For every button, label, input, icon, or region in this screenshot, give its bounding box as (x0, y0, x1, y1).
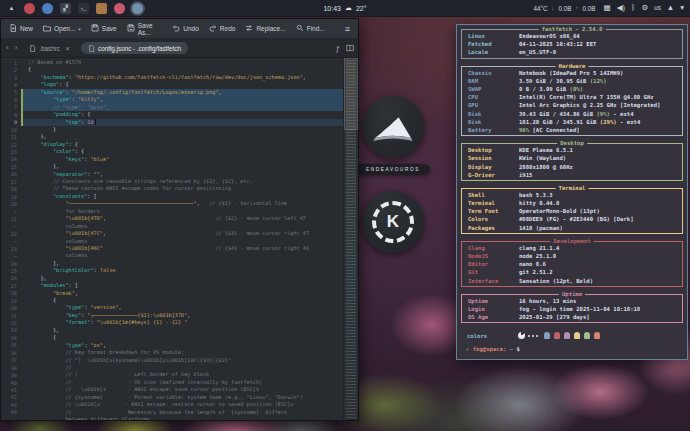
code-line[interactable]: 32 "format": "\u001b[1m{#keys} {1} - {2}… (1, 319, 344, 326)
code-line[interactable]: 23 "\u001b[46C" // {$4} - move cursor ri… (1, 245, 344, 252)
code-line[interactable]: 8 "padding": { (1, 111, 344, 118)
code-line[interactable]: 44 // Necessary because the length of `{… (1, 409, 344, 416)
code-line[interactable]: 28 "break", (1, 290, 344, 297)
code-line[interactable]: 7 // "type": "auto", (1, 104, 344, 111)
kde-desktop-icon[interactable]: K (362, 191, 424, 253)
code-line[interactable]: 10 } (1, 126, 344, 133)
code-line[interactable]: ~ between different platforms (1, 416, 344, 420)
tab-config-jsonc[interactable]: config.jsonc - .config/fastfetch (81, 42, 188, 54)
keyboard-layout-indicator[interactable]: us (654, 5, 661, 11)
code-line[interactable]: 15 }, (1, 163, 344, 170)
code-line[interactable]: 38 // (1, 364, 344, 371)
line-number: ~ (1, 208, 17, 214)
minimap-viewport-indicator[interactable] (344, 58, 358, 130)
code-line[interactable]: 43 // \u001b[u - ANSI escape: restore cu… (1, 401, 344, 408)
kitty-terminal-window[interactable]: fastfetch - 2.54.0LinuxEndeavourOS x86_6… (456, 24, 688, 360)
code-line[interactable]: 4 "logo": { (1, 81, 344, 88)
new-button[interactable]: New (9, 24, 33, 33)
code-line[interactable]: 39 // │ - Left border of key block (1, 371, 344, 378)
code-line[interactable]: 34 { (1, 334, 344, 341)
code-line[interactable]: 40 // - OS icon (defined internally by f… (1, 379, 344, 386)
replace-button[interactable]: Replace... (245, 24, 285, 33)
code-line[interactable]: 12 "display": { (1, 141, 344, 148)
menu-hamburger-icon[interactable]: ≡ (345, 24, 350, 34)
tab-scroll-left-icon[interactable]: ‹ (5, 44, 10, 52)
split-view-icon[interactable] (346, 44, 354, 52)
code-line[interactable]: 42 // {sysname} - Format variable: syste… (1, 394, 344, 401)
save-button[interactable]: Save (91, 24, 117, 33)
app-icon-red[interactable] (24, 3, 35, 14)
code-line[interactable]: 41 // \u001b[s - ANSI escape: save curso… (1, 386, 344, 393)
screenshot-app-icon[interactable]: ▞ (60, 3, 71, 14)
file-manager-icon[interactable] (96, 3, 107, 14)
save-as-button[interactable]: Save As... (127, 22, 163, 36)
tab-label: .bashrc (39, 45, 60, 52)
code-line[interactable]: 6 "type": "kitty", (1, 96, 344, 103)
code-line[interactable]: 22 "\u001b[47C", // {$3} - move cursor r… (1, 230, 344, 237)
code-line[interactable]: 14 "keys": "blue" (1, 156, 344, 163)
code-line[interactable]: ~ columns (1, 252, 344, 259)
shell-prompt[interactable]: ✓ fog@space: ~ $ (466, 346, 520, 352)
code-line[interactable]: 18 // These contain ANSI escape codes fo… (1, 185, 344, 192)
code-line[interactable]: ~ columns (1, 238, 344, 245)
endeavouros-desktop-icon[interactable] (362, 96, 424, 158)
tab-bashrc[interactable]: .bashrc ✕ (22, 42, 77, 54)
code-line[interactable]: 30 "type": "version", (1, 304, 344, 311)
code-line[interactable]: 3 "$schema": "https://github.com/fastfet… (1, 74, 344, 81)
code-line[interactable]: 36 // Key format breakdown for OS module… (1, 349, 344, 356)
code-line[interactable]: 2{ (1, 66, 344, 73)
code-text: "key": "┌──────────────{$1}:\u001b[37D", (23, 312, 190, 319)
code-text: "separator": "", (23, 171, 103, 178)
terminal-app-icon[interactable]: ›_ (78, 3, 89, 14)
code-line[interactable]: 26 }, (1, 275, 344, 282)
code-line[interactable]: 24 ], (1, 260, 344, 267)
info-key: RAM (462, 78, 519, 84)
chat-app-icon[interactable] (132, 3, 143, 14)
code-line[interactable]: 5 "source": "/home/fog/.config/fastfetch… (1, 89, 344, 96)
undo-button[interactable]: Undo (172, 24, 199, 33)
bluetooth-icon[interactable]: ᛒ (631, 4, 636, 12)
code-line[interactable]: ~ columns (1, 223, 344, 230)
code-line[interactable]: 9 "top": 10 (1, 119, 344, 126)
app-icon-blue[interactable] (42, 3, 53, 14)
code-line[interactable]: 27 "modules": [ (1, 282, 344, 289)
code-line[interactable]: 20 "────────────────────────────────────… (1, 200, 344, 207)
open-button[interactable]: Open...▾ (43, 24, 81, 33)
code-line[interactable]: 31 "key": "┌──────────────{$1}:\u001b[37… (1, 312, 344, 319)
minimap-scrollbar[interactable] (343, 58, 358, 420)
network-icon[interactable]: ▲ (667, 4, 674, 12)
code-line[interactable]: 1// Based on #1576 (1, 59, 344, 66)
code-line[interactable]: 13 "color": { (1, 148, 344, 155)
tab-scroll-right-icon[interactable]: › (14, 44, 19, 52)
code-line[interactable]: 16 "separator": "", (1, 171, 344, 178)
editor-content[interactable]: 1// Based on #15762{3 "$schema": "https:… (1, 58, 358, 420)
code-line[interactable]: 37 // "│ \u001b[s{sysname}\u001b[u\u001b… (1, 357, 344, 364)
volume-icon[interactable]: ◀) (617, 4, 625, 12)
code-line[interactable]: ~ for borders (1, 208, 344, 215)
find-button[interactable]: Find... (296, 24, 325, 33)
code-line[interactable]: 19 "constants": [ (1, 193, 344, 200)
code-line[interactable]: 35 "type": "os", (1, 342, 344, 349)
code-line[interactable]: 33 }, (1, 327, 344, 334)
panel-expand-caret-icon[interactable]: ▾ (680, 4, 684, 12)
settings-gear-icon[interactable]: ⚙ (641, 4, 648, 12)
code-line[interactable]: 25 "brightColor": false (1, 267, 344, 274)
clipboard-icon[interactable]: ▦ (604, 4, 611, 12)
code-line[interactable]: 21 "\u001b[47D", // {$2} - move cursor l… (1, 215, 344, 222)
endeavouros-logo-icon (372, 111, 414, 143)
endeavouros-launcher-icon[interactable]: ▲ (6, 3, 17, 14)
clock-widget[interactable]: 10:43 ☁ 22° (323, 4, 366, 12)
code-line[interactable]: 29 { (1, 297, 344, 304)
info-key: Chassis (462, 70, 519, 76)
media-app-icon[interactable] (114, 3, 125, 14)
code-line[interactable]: 11 }, (1, 133, 344, 140)
terminal-colors-row: colors (461, 331, 683, 340)
code-line[interactable]: 17 // Constants are reusable strings ref… (1, 178, 344, 185)
redo-button[interactable]: Redo (209, 24, 236, 33)
kde-logo-icon: K (372, 201, 414, 243)
system-monitor-widget[interactable]: 44°C ↓ 0.0B ↑ 0.0B (534, 5, 596, 12)
info-value: Notebook (IdeaPad Pro 5 14IMH9) (519, 70, 623, 76)
tab-close-icon[interactable]: ✕ (65, 45, 70, 52)
tab-label: config.jsonc - .config/fastfetch (98, 45, 181, 52)
quick-open-icon[interactable]: ƒ (336, 44, 340, 53)
